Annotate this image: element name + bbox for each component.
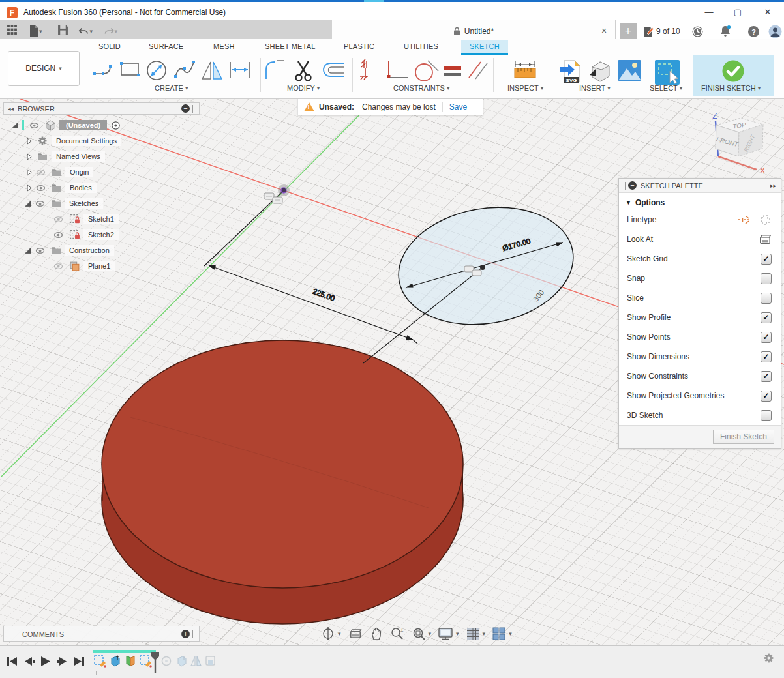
show-dimensions-checkbox[interactable]: ✓ bbox=[761, 351, 772, 362]
constraints-group-dropdown[interactable]: CONSTRAINTS ▾ bbox=[393, 84, 449, 92]
panel-grip[interactable] bbox=[192, 630, 196, 638]
fit-view-icon[interactable] bbox=[412, 626, 426, 641]
item-label[interactable]: Bodies bbox=[65, 183, 97, 193]
add-comment-icon[interactable]: + bbox=[181, 630, 190, 638]
look-at-icon[interactable] bbox=[759, 233, 772, 245]
browser-panel-header[interactable]: ◂◂ BROWSER − bbox=[3, 102, 200, 115]
show-constraints-checkbox[interactable]: ✓ bbox=[761, 371, 772, 382]
browser-item-named-views[interactable]: Named Views bbox=[25, 150, 105, 163]
browser-item-root[interactable]: (Unsaved) bbox=[10, 119, 121, 132]
timeline-playhead[interactable] bbox=[151, 651, 160, 673]
new-tab-button[interactable]: + bbox=[620, 23, 637, 40]
tab-sketch[interactable]: SKETCH bbox=[470, 42, 500, 50]
circle-tool-icon[interactable] bbox=[145, 59, 168, 83]
insert-svg-icon[interactable]: SVG bbox=[559, 59, 582, 87]
equal-constraint-icon[interactable] bbox=[444, 66, 462, 80]
insert-mesh-icon[interactable] bbox=[587, 59, 612, 86]
show-profile-checkbox[interactable]: ✓ bbox=[761, 312, 772, 323]
tab-solid[interactable]: SOLID bbox=[98, 42, 121, 50]
caret-down-icon[interactable]: ▾ bbox=[483, 630, 486, 637]
timeline-feature-plane[interactable] bbox=[124, 655, 137, 668]
item-label[interactable]: Sketch1 bbox=[83, 214, 119, 224]
caret-down-icon[interactable]: ▾ bbox=[429, 630, 432, 637]
collapse-arrow-icon[interactable] bbox=[25, 153, 33, 161]
insert-group-dropdown[interactable]: INSERT ▾ bbox=[579, 84, 611, 92]
browser-item-sketch2[interactable]: Sketch2 bbox=[51, 228, 119, 241]
timeline-feature-sketch1[interactable] bbox=[93, 655, 106, 668]
tab-utilities[interactable]: UTILITIES bbox=[404, 42, 438, 50]
tab-sheet-metal[interactable]: SHEET METAL bbox=[265, 42, 316, 50]
browser-item-construction[interactable]: Construction bbox=[23, 244, 114, 257]
collapse-arrow-icon[interactable] bbox=[25, 184, 33, 192]
zoom-tool-icon[interactable]: ± bbox=[390, 626, 404, 641]
minimize-button[interactable]: — bbox=[699, 6, 719, 18]
options-section-header[interactable]: ▼ Options bbox=[619, 193, 781, 210]
browser-item-origin[interactable]: Origin bbox=[25, 166, 93, 179]
finish-sketch-icon[interactable] bbox=[721, 59, 745, 85]
snap-checkbox[interactable] bbox=[761, 273, 772, 284]
parallel-constraint-icon[interactable] bbox=[466, 59, 490, 83]
browser-item-document-settings[interactable]: Document Settings bbox=[25, 134, 121, 147]
item-label[interactable]: Sketch2 bbox=[83, 229, 119, 240]
collapse-arrow-icon[interactable] bbox=[25, 137, 33, 145]
panel-grip[interactable] bbox=[192, 105, 196, 113]
visibility-eye-icon[interactable] bbox=[29, 121, 39, 130]
orbit-tool-icon[interactable] bbox=[321, 626, 335, 641]
create-group-dropdown[interactable]: CREATE ▾ bbox=[155, 84, 188, 92]
save-link[interactable]: Save bbox=[449, 102, 467, 111]
spline-tool-icon[interactable] bbox=[173, 59, 196, 82]
slice-checkbox[interactable] bbox=[761, 293, 772, 304]
item-label[interactable]: Plane1 bbox=[83, 261, 115, 271]
3d-sketch-checkbox[interactable] bbox=[761, 410, 772, 421]
visibility-eye-icon[interactable] bbox=[36, 183, 46, 193]
item-label[interactable]: Sketches bbox=[65, 198, 103, 209]
sketch-dimension-icon[interactable] bbox=[228, 59, 252, 82]
line-tool-icon[interactable] bbox=[93, 59, 115, 81]
timeline-play-button[interactable] bbox=[38, 655, 53, 667]
app-grid-icon[interactable] bbox=[7, 24, 21, 38]
browser-item-plane1[interactable]: Plane1 bbox=[51, 259, 115, 273]
design-workspace-dropdown[interactable]: DESIGN ▾ bbox=[8, 51, 80, 86]
panel-grip[interactable] bbox=[622, 182, 626, 190]
item-label[interactable]: Construction bbox=[65, 245, 114, 256]
undo-button[interactable]: ▾ bbox=[78, 24, 93, 38]
browser-item-sketch1[interactable]: Sketch1 bbox=[51, 213, 119, 226]
item-label[interactable]: Document Settings bbox=[52, 136, 121, 146]
collapse-browser-icon[interactable]: ◂◂ bbox=[8, 106, 14, 112]
tab-plastic[interactable]: PLASTIC bbox=[344, 42, 374, 50]
collapse-arrow-icon[interactable] bbox=[25, 168, 33, 177]
select-tool-icon[interactable] bbox=[654, 59, 680, 87]
timeline-feature-sketch2[interactable] bbox=[139, 655, 152, 668]
maximize-button[interactable]: ▢ bbox=[728, 6, 747, 18]
document-tab-close-icon[interactable]: × bbox=[598, 25, 610, 37]
construction-linetype-icon[interactable] bbox=[736, 214, 751, 226]
horizontal-vertical-constraint-icon[interactable] bbox=[384, 59, 410, 83]
pan-hand-icon[interactable] bbox=[370, 626, 383, 641]
file-menu-button[interactable]: ▾ bbox=[29, 24, 43, 38]
fillet-tool-icon[interactable] bbox=[264, 59, 286, 83]
sketch-palette-header[interactable]: − SKETCH PALETTE ▸▸ bbox=[619, 179, 781, 193]
rectangle-tool-icon[interactable] bbox=[119, 59, 141, 81]
job-status-clock-icon[interactable] bbox=[691, 25, 704, 38]
comments-bar[interactable]: COMMENTS + bbox=[3, 626, 200, 642]
measure-tool-icon[interactable] bbox=[513, 59, 537, 83]
show-projected-geometries-checkbox[interactable]: ✓ bbox=[761, 391, 772, 402]
timeline-feature-extrude[interactable] bbox=[109, 655, 122, 668]
timeline-feature-extrude-suppressed[interactable] bbox=[175, 655, 188, 668]
item-label[interactable]: Named Views bbox=[52, 151, 105, 162]
look-at-tool-icon[interactable] bbox=[349, 628, 362, 640]
dock-panel-icon[interactable]: ▸▸ bbox=[770, 183, 776, 189]
visibility-off-icon[interactable] bbox=[53, 261, 63, 271]
browser-item-bodies[interactable]: Bodies bbox=[25, 181, 97, 194]
minimize-panel-icon[interactable]: − bbox=[628, 181, 637, 190]
notifications-bell-icon[interactable] bbox=[719, 25, 732, 38]
visibility-eye-icon[interactable] bbox=[35, 199, 45, 209]
viewports-icon[interactable] bbox=[492, 626, 506, 641]
timeline-feature-mirror-suppressed[interactable] bbox=[190, 655, 203, 668]
inspect-group-dropdown[interactable]: INSPECT ▾ bbox=[507, 84, 543, 92]
minimize-panel-icon[interactable]: − bbox=[181, 104, 190, 113]
timeline-go-to-end-button[interactable] bbox=[72, 655, 86, 667]
timeline-step-back-button[interactable] bbox=[22, 655, 37, 667]
offset-tool-icon[interactable] bbox=[320, 59, 346, 82]
timeline-go-to-start-button[interactable] bbox=[5, 655, 20, 667]
